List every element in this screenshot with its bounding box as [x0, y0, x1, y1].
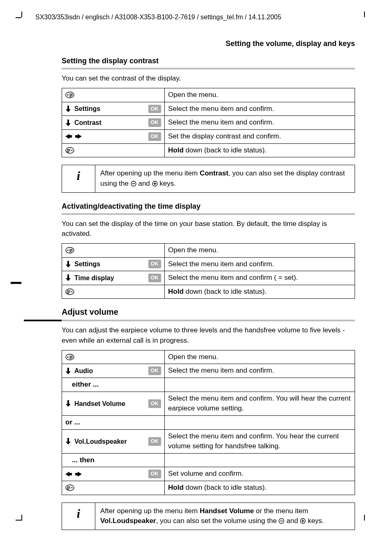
minus-icon	[131, 181, 136, 187]
menu-back-icon	[65, 288, 74, 295]
table-row: Audio OK Select the menu item and confir…	[62, 364, 355, 378]
down-arrow-icon	[65, 260, 71, 268]
sec2-table: Open the menu. Settings OK Select the me…	[62, 243, 355, 299]
ok-badge: OK	[148, 260, 161, 268]
table-row: or ...	[62, 415, 355, 429]
menu-icon	[65, 353, 74, 361]
sec3-title: Adjust volume	[62, 306, 355, 318]
left-right-arrows-icon	[65, 471, 82, 477]
ok-badge: OK	[148, 470, 161, 478]
minus-icon	[279, 518, 284, 524]
menu-back-icon	[65, 484, 74, 491]
menu-back-icon	[65, 147, 74, 154]
ok-badge: OK	[148, 118, 161, 127]
ok-badge: OK	[148, 105, 161, 113]
header-path: SX303/353isdn / englisch / A31008-X353-B…	[35, 12, 359, 22]
table-row: Open the menu.	[62, 88, 355, 102]
sec3-intro: You can adjust the earpiece volume to th…	[62, 325, 355, 346]
table-row: Vol.Loudspeaker OK Select the menu item …	[62, 429, 355, 453]
table-row: Open the menu.	[62, 350, 355, 364]
rule	[62, 320, 355, 321]
running-head: Setting the volume, display and keys	[25, 38, 355, 49]
table-row: ... then	[62, 453, 355, 467]
info-icon: i	[62, 503, 95, 530]
table-row: OK Set the display contrast and confirm.	[62, 129, 355, 143]
sec1-title: Setting the display contrast	[62, 55, 355, 66]
table-row: Hold down (back to idle status).	[62, 285, 355, 299]
table-row: Hold down (back to idle status).	[62, 143, 355, 157]
sec2-intro: You can set the display of the time on y…	[62, 219, 355, 239]
down-arrow-icon	[65, 400, 71, 407]
table-row: Contrast OK Select the menu item and con…	[62, 116, 355, 130]
table-row: Handset Volume OK Select the menu item a…	[62, 392, 355, 415]
info-box: i After opening up the menu item Handset…	[62, 502, 355, 530]
info-box: i After opening up the menu item Contras…	[62, 165, 355, 192]
ok-badge: OK	[148, 274, 161, 282]
rule	[62, 68, 355, 69]
ok-badge: OK	[148, 132, 161, 141]
ok-badge: OK	[148, 399, 161, 408]
table-row: Time display OK Select the menu item and…	[62, 271, 355, 285]
down-arrow-icon	[65, 367, 71, 375]
section-mark	[11, 282, 21, 284]
plus-icon	[152, 181, 158, 187]
left-right-arrows-icon	[65, 133, 82, 140]
info-icon: i	[62, 165, 95, 192]
menu-icon	[65, 247, 74, 254]
table-row: OK Set volume and confirm.	[62, 467, 355, 481]
down-arrow-icon	[65, 105, 71, 113]
ok-badge: OK	[148, 366, 161, 375]
menu-icon	[65, 91, 74, 99]
table-row: Hold down (back to idle status).	[62, 481, 355, 495]
sec1-table: Open the menu. Settings OK Select the me…	[62, 88, 355, 157]
down-arrow-icon	[65, 438, 71, 445]
down-arrow-icon	[65, 119, 71, 127]
sec1-intro: You can set the contrast of the display.	[62, 74, 355, 84]
down-arrow-icon	[65, 274, 71, 281]
table-row: either ...	[62, 378, 355, 392]
table-row: Open the menu.	[62, 243, 355, 257]
table-row: Settings OK Select the menu item and con…	[62, 257, 355, 271]
plus-icon	[300, 518, 306, 524]
ok-badge: OK	[148, 437, 161, 446]
sec2-title: Activating/deactivating the time display	[62, 201, 355, 212]
sec3-table: Open the menu. Audio OK Select the menu …	[62, 350, 355, 495]
table-row: Settings OK Select the menu item and con…	[62, 102, 355, 116]
rule	[62, 213, 355, 215]
